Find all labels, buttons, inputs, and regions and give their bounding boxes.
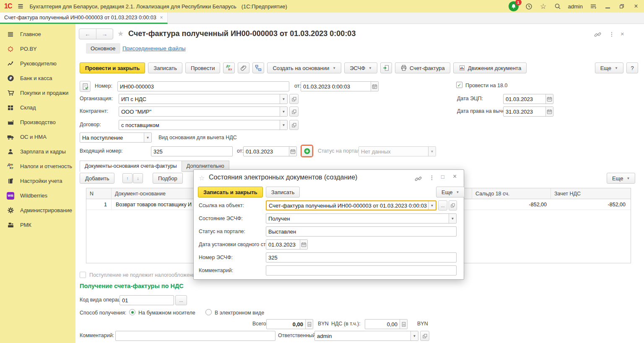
current-user[interactable]: admin (568, 3, 583, 10)
total-input[interactable]: 0,00 (266, 319, 313, 329)
contragent-input[interactable]: ООО "МИР" ▼ (119, 107, 288, 117)
radio-paper[interactable] (129, 309, 135, 315)
chevron-down-icon[interactable]: ▼ (410, 331, 418, 340)
post-button[interactable]: Провести (185, 62, 221, 73)
form-close-icon[interactable]: × (621, 30, 624, 37)
search-icon[interactable] (554, 3, 561, 10)
contract-open-button[interactable] (289, 120, 299, 130)
date-input[interactable]: 01.03.2023 0:00:03 (301, 81, 379, 91)
dialog-maximize-icon[interactable]: □ (441, 174, 444, 180)
sidebar-item-bank-kassa[interactable]: ₽ Банк и касса (0, 71, 75, 86)
minimize-button[interactable] (604, 3, 611, 10)
user-settings-icon[interactable] (589, 3, 597, 10)
eschf-number-input[interactable]: 325 (266, 252, 457, 262)
dialog-save-button[interactable]: Записать (266, 187, 300, 197)
eschf-state-input[interactable]: Получен ▼ (266, 213, 457, 223)
attachments-button[interactable] (238, 62, 249, 73)
row-down-button[interactable]: ↓ (133, 173, 143, 183)
ref-object-input[interactable]: Счет-фактура полученный ИН00-000003 от 0… (266, 200, 436, 210)
sidebar-item-os-nma[interactable]: ОС и НМА (0, 130, 75, 144)
chevron-down-icon[interactable]: ▼ (280, 120, 287, 130)
form-menu-dots-icon[interactable] (609, 31, 615, 38)
contragent-open-button[interactable] (289, 107, 299, 117)
sidebar-item-rmk[interactable]: РМК (0, 218, 75, 232)
favorites-star-icon[interactable]: ☆ (540, 3, 547, 10)
restore-button[interactable] (618, 3, 626, 10)
radio-electronic[interactable] (205, 309, 212, 315)
operation-code-input[interactable]: 01 (119, 295, 174, 305)
responsible-open-button[interactable] (420, 331, 429, 341)
eschf-button[interactable]: ЭСЧФ▼ (344, 62, 377, 73)
vat-input[interactable]: 0,00 (365, 319, 408, 329)
calendar-icon[interactable] (289, 147, 296, 156)
sidebar-item-pokupki-prodazhi[interactable]: Покупки и продажи (0, 86, 75, 100)
sidebar-item-wildberries[interactable]: WB Wildberries (0, 188, 75, 203)
chevron-down-icon[interactable]: ▼ (428, 201, 436, 210)
sidebar-item-rukovoditelyu[interactable]: Руководителю (0, 56, 75, 71)
post-and-close-button[interactable]: Провести и закрыть (80, 62, 145, 73)
dialog-more-button[interactable]: Еще▼ (436, 187, 465, 197)
dialog-close-icon[interactable]: × (453, 173, 457, 180)
notifications-button[interactable]: 1 (509, 1, 519, 11)
dialog-link-icon[interactable] (415, 175, 422, 182)
organization-input[interactable]: ИП с НДС ▼ (119, 94, 288, 104)
forward-arrow-icon[interactable]: → (96, 29, 113, 39)
dt-kt-postings-button[interactable]: ДтКт (223, 62, 235, 73)
dialog-star-icon[interactable]: ☆ (199, 174, 205, 182)
comment-input[interactable] (115, 331, 275, 341)
chevron-down-icon[interactable]: ▼ (449, 214, 456, 223)
add-status-button[interactable] (301, 146, 312, 156)
dialog-portal-status-input[interactable]: Выставлен (266, 226, 457, 236)
tab-main[interactable]: Основное (86, 43, 120, 54)
chevron-down-icon[interactable]: ▼ (280, 107, 287, 116)
chevron-down-icon[interactable]: ▼ (280, 94, 287, 104)
incoming-number-input[interactable]: 325 (151, 146, 233, 156)
sidebar-item-zarplata-kadry[interactable]: Зарплата и кадры (0, 144, 75, 159)
create-from-button[interactable]: Создать на основании▼ (267, 62, 341, 73)
tab-attached-files[interactable]: Присоединенные файлы (122, 45, 186, 52)
organization-open-button[interactable] (289, 94, 299, 104)
operation-code-pick-button[interactable]: ... (175, 295, 187, 305)
close-window-button[interactable]: × (632, 3, 640, 10)
calculator-icon[interactable] (305, 320, 313, 329)
help-button[interactable]: ? (626, 62, 638, 73)
incoming-date-input[interactable]: 01.03.2023 (243, 146, 297, 156)
grid-pick-button[interactable]: Подбор (153, 173, 183, 184)
chevron-down-icon[interactable]: ▼ (144, 133, 151, 142)
status-date-input[interactable]: 01.03.2023 (266, 239, 308, 249)
back-arrow-icon[interactable]: ← (79, 29, 96, 39)
ecp-date-input[interactable]: 01.03.2023 (503, 94, 553, 104)
sidebar-item-sklad[interactable]: Склад (0, 100, 75, 115)
number-input[interactable]: ИН00-000003 (117, 81, 289, 91)
calendar-icon[interactable] (545, 94, 553, 104)
ref-object-open-button[interactable] (449, 200, 457, 210)
sidebar-item-glavnoe[interactable]: Главное (0, 27, 75, 42)
sidebar-item-nalogi[interactable]: ДтКт Налоги и отчетность (0, 159, 75, 174)
column-header-n[interactable]: N (86, 188, 112, 199)
responsible-input[interactable]: admin ▼ (314, 331, 418, 341)
calendar-icon[interactable] (545, 107, 553, 116)
grid-more-button[interactable]: Еще▼ (607, 173, 635, 184)
print-invoice-button[interactable]: Счет-фактура (395, 62, 450, 73)
document-tab[interactable]: Счет-фактура полученный ИН00-000003 от 0… (0, 13, 168, 24)
save-button[interactable]: Записать (148, 62, 182, 73)
contract-input[interactable]: с поставщиком ▼ (119, 120, 288, 130)
post-18-checkbox[interactable]: ✓ (456, 82, 462, 88)
column-header-saldo[interactable]: Сальдо 18 сч. (472, 188, 551, 199)
dialog-comment-input[interactable] (266, 265, 457, 275)
get-link-icon[interactable] (594, 31, 601, 38)
sidebar-item-proizvodstvo[interactable]: Производство (0, 115, 75, 130)
calendar-icon[interactable] (371, 82, 378, 91)
document-state-button[interactable] (80, 81, 91, 92)
tab-basis-documents[interactable]: Документы-основания счета-фактуры (80, 161, 182, 172)
more-button[interactable]: Еще▼ (595, 62, 623, 73)
tab-close-icon[interactable]: × (160, 15, 163, 21)
main-menu-icon[interactable] (17, 3, 24, 10)
ref-object-pick-button[interactable]: ... (438, 200, 447, 210)
grid-add-button[interactable]: Добавить (80, 173, 114, 184)
favorite-star-icon[interactable]: ★ (117, 29, 124, 38)
calendar-icon[interactable] (300, 240, 307, 249)
dialog-menu-dots-icon[interactable] (429, 174, 435, 181)
document-movements-button[interactable]: Движения документа (453, 62, 527, 73)
dialog-save-close-button[interactable]: Записать и закрыть (198, 187, 263, 197)
